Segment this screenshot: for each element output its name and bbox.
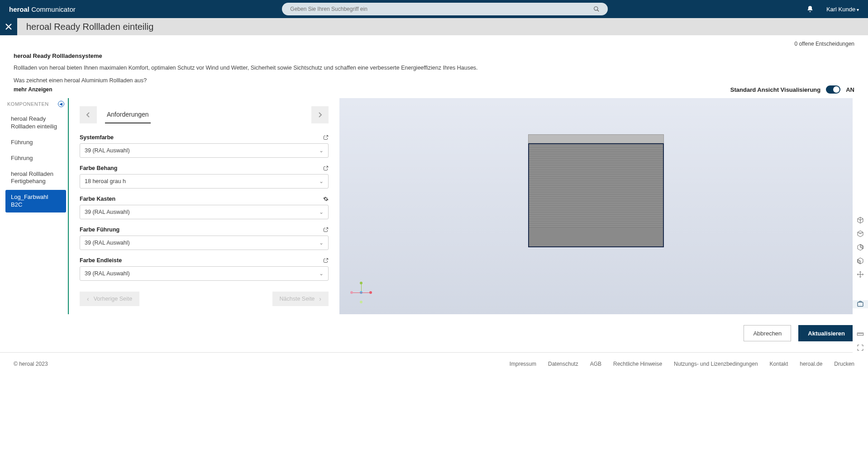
field-label-0: Systemfarbe [80,134,114,141]
tab-nav-next[interactable] [311,106,329,123]
footer-copyright: © heroal 2023 [14,361,48,367]
external-link-icon[interactable] [323,258,329,263]
external-link-icon[interactable] [323,227,329,232]
visualization-state: AN [846,86,854,93]
sidebar-item-4[interactable]: Log_Farbwahl B2C [5,190,66,212]
sidebar-item-3[interactable]: heroal Rollladen Fertigbehang [5,167,66,189]
footer-link-7[interactable]: Drucken [834,361,854,367]
footer-link-4[interactable]: Nutzungs- und Lizenzbedingungen [674,361,758,367]
tab-anforderungen[interactable]: Anforderungen [105,106,151,123]
open-decisions: 0 offene Entscheidungen [0,35,868,52]
field-select-2[interactable]: 39 (RAL Auswahl) [80,205,329,219]
bell-icon[interactable] [806,5,814,13]
sidebar-item-1[interactable]: Führung [5,135,66,150]
svg-rect-5 [857,333,863,335]
gear-icon[interactable] [323,196,329,202]
view-side-icon[interactable] [856,243,864,251]
prev-page-button[interactable]: ‹Vorherige Seite [80,292,139,306]
view-top-icon[interactable] [856,230,864,238]
field-select-1[interactable]: 18 heroal grau h [80,174,329,189]
footer-link-6[interactable]: heroal.de [800,361,822,367]
footer-link-0[interactable]: Impressum [510,361,536,367]
update-button[interactable]: Aktualisieren [798,325,854,341]
intro-heading: heroal Ready Rollladensysteme [14,52,854,59]
sidebar-title: KOMPONENTEN [7,101,49,107]
close-icon[interactable] [0,18,17,35]
search-icon[interactable] [593,3,600,15]
intro-text: Rollladen von heroal bieten Ihnen maxima… [14,65,854,71]
footer-link-1[interactable]: Datenschutz [548,361,578,367]
external-link-icon[interactable] [323,165,329,171]
search-input[interactable] [282,3,608,15]
show-more-link[interactable]: mehr Anzeigen [14,86,52,93]
collapse-sidebar-icon[interactable]: ◀ [58,101,64,107]
next-page-button[interactable]: Nächste Seite› [272,292,329,306]
3d-preview[interactable] [339,98,853,314]
view-front-icon[interactable] [856,257,864,265]
fullscreen-icon[interactable] [856,344,864,352]
footer-link-5[interactable]: Kontakt [770,361,788,367]
field-select-4[interactable]: 39 (RAL Auswahl) [80,266,329,281]
svg-point-0 [594,7,598,10]
tab-nav-prev[interactable] [80,106,97,123]
field-label-3: Farbe Führung [80,227,119,233]
sidebar-item-2[interactable]: Führung [5,151,66,166]
screenshot-icon[interactable] [853,300,868,308]
footer-link-3[interactable]: Rechtliche Hinweise [613,361,662,367]
svg-rect-4 [858,302,863,306]
view-cube-icon[interactable] [856,216,864,224]
external-link-icon[interactable] [323,135,329,140]
field-select-3[interactable]: 39 (RAL Auswahl) [80,236,329,250]
field-label-1: Farbe Behang [80,165,117,171]
field-select-0[interactable]: 39 (RAL Auswahl) [80,143,329,158]
footer-link-2[interactable]: AGB [590,361,601,367]
sidebar-item-0[interactable]: heroal Ready Rollladen einteilig [5,112,66,134]
visualization-label: Standard Ansicht Visualisierung [730,86,820,93]
visualization-toggle[interactable] [826,85,840,94]
intro-question: Was zeichnet einen heroal Aluminium Roll… [14,77,854,84]
cancel-button[interactable]: Abbrechen [744,325,791,341]
brand-logo: heroal Communicator [9,5,76,13]
axis-gizmo[interactable] [350,282,372,303]
field-label-4: Farbe Endleiste [80,257,122,264]
measure-icon[interactable] [856,330,864,338]
page-title: heroal Ready Rollladen einteilig [17,22,153,32]
field-label-2: Farbe Kasten [80,196,115,202]
user-menu[interactable]: Karl Kunde [826,6,859,13]
move-icon[interactable] [856,270,864,278]
svg-line-1 [597,10,599,12]
